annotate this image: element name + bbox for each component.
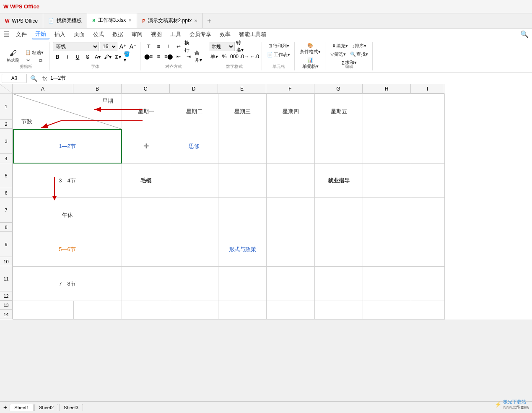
row-header-6[interactable]: 6: [0, 188, 13, 197]
cell-H3-4[interactable]: [363, 129, 411, 164]
font-name-select[interactable]: 等线: [53, 42, 99, 51]
col-header-C[interactable]: C: [122, 84, 170, 94]
col-header-G[interactable]: G: [314, 84, 363, 94]
percent-sign-button[interactable]: %: [220, 52, 229, 61]
cell-B13[interactable]: [74, 301, 122, 310]
decimal-decrease-button[interactable]: ←.0: [250, 52, 259, 61]
paste-button[interactable]: 📋 粘贴▾: [22, 49, 47, 57]
cell-B14[interactable]: [74, 310, 122, 319]
fill-button[interactable]: ⬇ 填充▾: [330, 42, 350, 50]
col-header-F[interactable]: F: [266, 84, 314, 94]
align-middle-button[interactable]: ≡: [154, 42, 163, 51]
cell-H11-12[interactable]: [363, 267, 411, 301]
cell-C3-4-crosshair[interactable]: ✛: [122, 129, 170, 164]
font-size-increase-button[interactable]: A⁺: [118, 42, 127, 51]
cell-I7-8[interactable]: [411, 198, 445, 232]
cell-D11-12[interactable]: [170, 267, 218, 301]
cell-G5-6[interactable]: 就业指导: [315, 164, 363, 198]
cell-D14[interactable]: [170, 310, 218, 319]
menu-efficiency[interactable]: 效率: [216, 30, 234, 39]
align-right-button[interactable]: ≡⬤: [164, 52, 173, 61]
cell-A13[interactable]: [13, 301, 74, 310]
row-header-11[interactable]: 11: [0, 266, 13, 291]
font-size-decrease-button[interactable]: A⁻: [128, 42, 138, 51]
cell-F11-12[interactable]: [267, 267, 315, 301]
filter-button[interactable]: ▽ 筛选▾: [329, 50, 348, 58]
cell-C5-6[interactable]: 毛概: [122, 164, 170, 198]
menu-start[interactable]: 开始: [32, 29, 49, 39]
cell-I13[interactable]: [411, 301, 445, 310]
menu-insert[interactable]: 插入: [51, 30, 69, 39]
cell-G13[interactable]: [315, 301, 363, 310]
col-header-B[interactable]: B: [73, 84, 122, 94]
cell-I14[interactable]: [411, 310, 445, 319]
cell-D3-4[interactable]: 思修: [170, 129, 218, 164]
merge-cells-button[interactable]: 合并▾: [194, 52, 203, 61]
menu-review[interactable]: 审阅: [128, 30, 146, 39]
conditional-format-button[interactable]: 🎨 条件格式▾: [298, 42, 322, 56]
worksheet-button[interactable]: 📄 工作表▾: [265, 51, 292, 59]
cell-A1-B2-diagonal[interactable]: 星期 节数: [13, 94, 122, 129]
menu-tools[interactable]: 工具: [167, 30, 184, 39]
cell-A9-B10[interactable]: 5—6节: [13, 232, 122, 267]
decimal-increase-button[interactable]: .0→: [240, 52, 249, 61]
cell-F9-10[interactable]: [267, 232, 315, 267]
row-header-10[interactable]: 10: [0, 257, 13, 266]
cell-C13[interactable]: [122, 301, 170, 310]
cell-F3-4[interactable]: [267, 129, 315, 164]
row-header-4[interactable]: 4: [0, 154, 13, 163]
cell-D7-8[interactable]: [170, 198, 218, 232]
italic-button[interactable]: I: [63, 52, 72, 62]
col-header-I[interactable]: I: [411, 84, 444, 94]
thousands-button[interactable]: 000: [230, 52, 239, 61]
cell-C11-12[interactable]: [122, 267, 170, 301]
row-header-13[interactable]: 13: [0, 301, 13, 310]
cell-H9-10[interactable]: [363, 232, 411, 267]
menu-view[interactable]: 视图: [148, 30, 165, 39]
cell-D5-6[interactable]: [170, 164, 218, 198]
border-button[interactable]: ⊞▾: [113, 52, 122, 62]
menu-icon[interactable]: ☰: [3, 30, 9, 38]
align-left-button[interactable]: ⬤≡: [144, 52, 153, 61]
cell-I1-2[interactable]: [411, 94, 445, 129]
menu-formula[interactable]: 公式: [90, 30, 107, 39]
cell-I9-10[interactable]: [411, 232, 445, 267]
sort-button[interactable]: ↕ 排序▾: [350, 42, 369, 50]
cut-button[interactable]: ✂: [22, 57, 34, 64]
format-brush-button[interactable]: 🖌 格式刷: [5, 49, 21, 64]
align-top-button[interactable]: ⊤: [144, 42, 153, 51]
align-center-button[interactable]: ≡: [154, 52, 163, 61]
formula-input[interactable]: [50, 74, 530, 83]
row-header-1[interactable]: 1: [0, 94, 13, 119]
number-format-select[interactable]: 常规: [210, 42, 235, 51]
highlight-button[interactable]: 🖍▾: [103, 52, 112, 62]
indent-decrease-button[interactable]: ⇤: [174, 52, 183, 61]
cell-G9-10[interactable]: [315, 232, 363, 267]
cell-D13[interactable]: [170, 301, 218, 310]
find-button[interactable]: 🔍 查找▾: [348, 50, 370, 58]
cell-G14[interactable]: [315, 310, 363, 319]
rotate-text-button[interactable]: ↩: [174, 42, 183, 51]
cell-E1-2[interactable]: 星期三: [218, 94, 267, 129]
row-header-8[interactable]: 8: [0, 223, 13, 232]
cell-G11-12[interactable]: [315, 267, 363, 301]
col-header-A[interactable]: A: [13, 84, 73, 94]
tab-wps[interactable]: W WPS Office: [0, 13, 43, 28]
tab-xlsx[interactable]: S 工作簿3.xlsx ✕: [87, 13, 137, 28]
cell-A5-B6[interactable]: 3—4节: [13, 164, 122, 198]
cell-C7-8[interactable]: [122, 198, 170, 232]
cell-F5-6[interactable]: [267, 164, 315, 198]
cell-F1-2[interactable]: 星期四: [267, 94, 315, 129]
cell-F7-8[interactable]: [267, 198, 315, 232]
cell-I5-6[interactable]: [411, 164, 445, 198]
row-header-12[interactable]: 12: [0, 291, 13, 301]
cell-H13[interactable]: [363, 301, 411, 310]
cell-E11-12[interactable]: [218, 267, 267, 301]
cell-I3-4[interactable]: [411, 129, 445, 164]
row-header-5[interactable]: 5: [0, 163, 13, 188]
cell-ref-input[interactable]: A3: [2, 74, 27, 83]
font-color-button[interactable]: A▾: [93, 52, 102, 62]
cell-D9-10[interactable]: [170, 232, 218, 267]
cell-I11-12[interactable]: [411, 267, 445, 301]
percent-button[interactable]: 羊▾: [210, 52, 219, 61]
